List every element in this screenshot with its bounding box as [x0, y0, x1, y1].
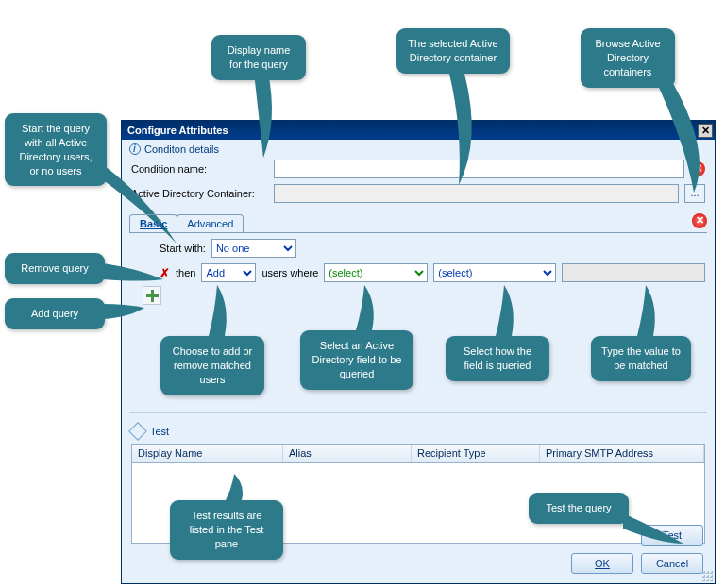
operator-select[interactable]: (select)	[433, 263, 556, 282]
condition-name-input[interactable]	[274, 160, 684, 178]
test-section-header: Test	[122, 423, 715, 440]
cancel-button[interactable]: Cancel	[641, 553, 703, 574]
condition-name-row: Condition name: ✕	[122, 157, 715, 181]
callout-choose: Choose to add or remove matched users	[160, 336, 264, 395]
value-input[interactable]	[562, 263, 705, 282]
resize-grip[interactable]	[701, 570, 713, 581]
ad-container-row: Active Directory Container: ...	[122, 181, 715, 206]
tab-basic[interactable]: Basic	[129, 214, 177, 232]
callout-display-name: Display name for the query	[211, 35, 306, 80]
dialog-title: Configure Attributes	[127, 125, 228, 136]
condition-details-label: Conditon details	[144, 143, 219, 155]
test-label: Test	[150, 426, 169, 437]
start-with-select[interactable]: No one	[211, 239, 296, 258]
callout-field: Select an Active Directory field to be q…	[300, 330, 413, 390]
callout-browse: Browse Active Directory containers	[581, 28, 675, 88]
callout-remove: Remove query	[5, 253, 105, 284]
callout-ad-container: The selected Active Directory container	[396, 28, 510, 74]
callout-add: Add query	[5, 298, 105, 329]
col-alias[interactable]: Alias	[283, 445, 412, 462]
ok-button[interactable]: OK	[571, 553, 633, 574]
then-label: then	[176, 267, 195, 278]
callout-op: Select how the field is queried	[446, 336, 549, 381]
callout-results: Test results are listed in the Test pane	[170, 500, 283, 560]
condition-details-header: Conditon details	[122, 140, 715, 157]
tab-advanced[interactable]: Advanced	[177, 214, 244, 232]
info-icon	[129, 143, 141, 155]
callout-start-with: Start the query with all Active Director…	[5, 113, 107, 186]
col-display-name[interactable]: Display Name	[132, 445, 283, 462]
tabs-error-icon: ✕	[692, 213, 707, 228]
test-icon	[128, 422, 147, 441]
users-where-label: users where	[261, 267, 318, 278]
tabs: Basic Advanced ✕	[129, 211, 707, 232]
ad-container-input	[274, 184, 679, 203]
callout-value: Type the value to be matched	[591, 336, 691, 381]
titlebar: Configure Attributes ✕	[122, 121, 715, 140]
field-select[interactable]: (select)	[324, 263, 428, 282]
action-select[interactable]: Add	[201, 263, 256, 282]
grid-header-row: Display Name Alias Recipient Type Primar…	[132, 445, 704, 463]
callout-testq: Test the query	[529, 493, 629, 524]
col-recipient-type[interactable]: Recipient Type	[412, 445, 540, 462]
col-smtp[interactable]: Primary SMTP Address	[540, 445, 704, 462]
